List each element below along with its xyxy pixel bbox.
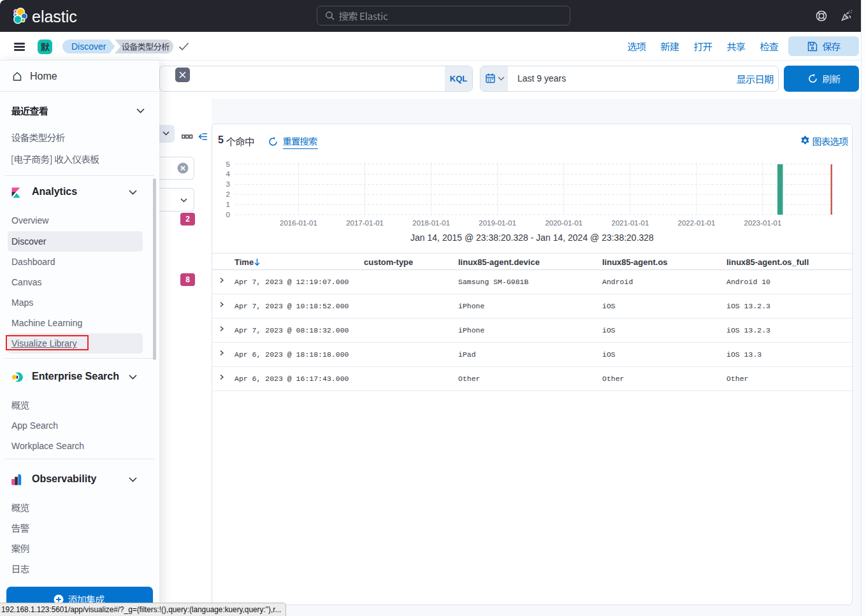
svg-text:2017-01-01: 2017-01-01 (346, 219, 384, 227)
svg-text:5: 5 (226, 161, 230, 168)
svg-text:1: 1 (226, 201, 230, 208)
svg-text:2018-01-01: 2018-01-01 (412, 219, 450, 227)
svg-text:2022-01-01: 2022-01-01 (678, 219, 716, 227)
svg-text:2: 2 (226, 190, 230, 198)
svg-text:2021-01-01: 2021-01-01 (611, 219, 649, 227)
svg-text:4: 4 (226, 170, 231, 178)
svg-text:3: 3 (226, 180, 230, 188)
svg-text:2019-01-01: 2019-01-01 (479, 219, 516, 227)
svg-text:2020-01-01: 2020-01-01 (545, 219, 582, 227)
svg-text:0: 0 (226, 211, 230, 218)
svg-text:2023-01-01: 2023-01-01 (744, 219, 782, 227)
svg-text:2016-01-01: 2016-01-01 (280, 219, 317, 227)
